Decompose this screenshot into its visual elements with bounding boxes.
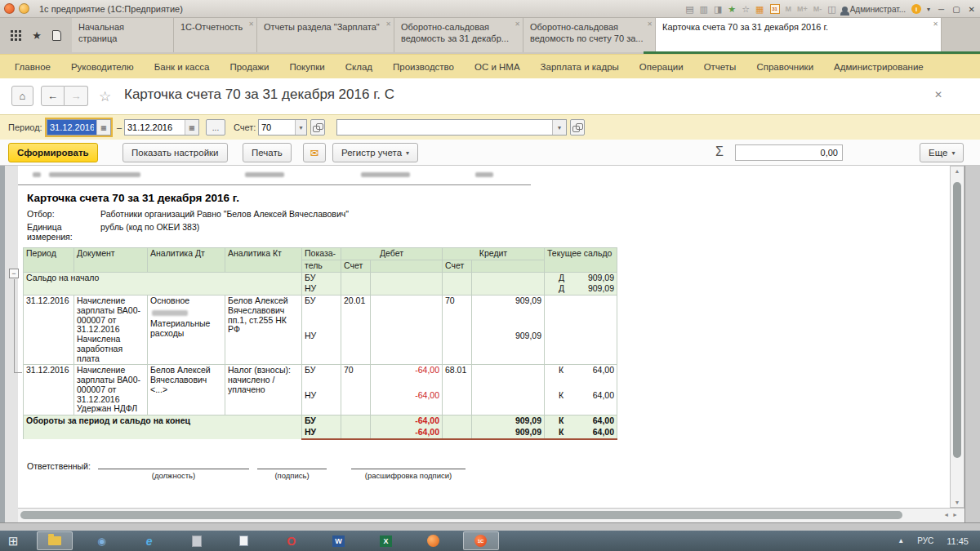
calendar-icon[interactable]: 31 xyxy=(770,4,780,14)
close-form-icon[interactable]: ✕ xyxy=(934,89,942,100)
scroll-left-icon[interactable]: ◄ xyxy=(943,512,952,518)
show-settings-button[interactable]: Показать настройки xyxy=(122,143,228,162)
menu-item-administration[interactable]: Администрирование xyxy=(834,62,924,72)
sections-grid-icon[interactable] xyxy=(11,30,21,41)
memory-mminus-button[interactable]: M- xyxy=(813,5,822,13)
clock[interactable]: 11:45 xyxy=(947,536,969,546)
tab-turnover-sheet[interactable]: Оборотно-сальдовая ведомость за 31 декаб… xyxy=(394,18,523,52)
autosum-value[interactable] xyxy=(735,144,843,161)
more-button[interactable]: Еще ▾ xyxy=(920,143,964,162)
menu-item-production[interactable]: Производство xyxy=(393,62,454,72)
menu-item-manager[interactable]: Руководителю xyxy=(71,62,134,72)
history-page-icon[interactable] xyxy=(52,30,61,41)
language-indicator[interactable]: РУС xyxy=(917,536,933,545)
add-favorite-icon[interactable]: ★ xyxy=(728,5,736,14)
internet-explorer-icon: e xyxy=(146,535,153,548)
menu-item-operations[interactable]: Операции xyxy=(639,62,684,72)
taskbar-1c-button[interactable]: 1С xyxy=(463,531,499,550)
send-email-button[interactable]: ✉ xyxy=(303,143,326,162)
calendar-picker-icon[interactable]: ▦ xyxy=(185,120,198,135)
app-menu-icon[interactable] xyxy=(4,3,15,14)
taskbar-explorer-button[interactable] xyxy=(37,531,73,550)
tab-salary-reports[interactable]: Отчеты раздела "Зарплата" ✕ xyxy=(257,18,394,52)
cell-credit-amount: 909,09 xyxy=(472,295,545,331)
horizontal-scrollbar[interactable]: ◄► xyxy=(18,508,964,522)
period-to-field[interactable]: ▦ xyxy=(124,119,199,136)
calendar-picker-icon[interactable]: ▦ xyxy=(96,120,110,135)
restore-button[interactable]: ▢ xyxy=(952,5,960,14)
memory-mplus-button[interactable]: M+ xyxy=(797,5,808,13)
menu-item-os-nma[interactable]: ОС и НМА xyxy=(474,62,520,72)
more-dropdown-icon: ▾ xyxy=(951,149,955,157)
register-button[interactable]: Регистр учета ▾ xyxy=(332,143,418,162)
info-dropdown-icon[interactable]: ▾ xyxy=(927,6,930,13)
tab-home[interactable]: Начальная страница xyxy=(72,18,174,52)
menu-item-reports[interactable]: Отчеты xyxy=(704,62,737,72)
print-icon[interactable]: ▥ xyxy=(700,5,708,14)
period-from-field[interactable]: ▦ xyxy=(47,119,111,136)
extra-filter-field[interactable]: ▾ xyxy=(336,119,567,136)
taskbar-viewer-button[interactable]: ◉ xyxy=(84,531,120,550)
print-preview-icon[interactable]: ◨ xyxy=(714,5,722,14)
taskbar-app-button[interactable] xyxy=(179,531,215,550)
quick-menu-icon[interactable] xyxy=(19,3,29,14)
menu-item-references[interactable]: Справочники xyxy=(756,62,813,72)
taskbar-firefox-button[interactable] xyxy=(416,531,452,550)
tab-close-icon[interactable]: ✕ xyxy=(933,20,938,29)
favorites-star-icon[interactable]: ★ xyxy=(32,29,42,42)
scroll-up-icon[interactable]: ▲ xyxy=(951,168,964,174)
taskbar-notes-button[interactable] xyxy=(226,531,262,550)
split-window-icon[interactable]: ◫ xyxy=(827,5,835,14)
account-link-button[interactable] xyxy=(310,119,325,136)
tab-account-card-70[interactable]: Карточка счета 70 за 31 декабря 2016 г. … xyxy=(656,18,942,52)
minimize-button[interactable]: ─ xyxy=(938,5,944,14)
save-icon[interactable]: ▤ xyxy=(685,5,693,14)
taskbar-word-button[interactable]: W xyxy=(321,531,357,550)
tab-turnover-sheet-70[interactable]: Оборотно-сальдовая ведомость по счету 70… xyxy=(523,18,656,52)
period-to-input[interactable] xyxy=(125,120,185,135)
tray-expand-icon[interactable]: ▲ xyxy=(898,537,904,544)
favorite-toggle-icon[interactable]: ☆ xyxy=(99,88,111,105)
menu-item-purchases[interactable]: Покупки xyxy=(289,62,324,72)
tab-close-icon[interactable]: ✕ xyxy=(385,20,391,29)
back-button[interactable]: ← xyxy=(41,86,65,106)
account-input[interactable] xyxy=(259,120,295,135)
account-dropdown-icon[interactable]: ▾ xyxy=(295,120,306,135)
favorites-icon[interactable]: ☆ xyxy=(742,5,750,14)
vertical-scrollbar[interactable]: ▲ ▼ xyxy=(950,166,964,508)
start-button[interactable]: ⊞ xyxy=(8,534,19,549)
account-field[interactable]: ▾ xyxy=(258,119,307,136)
tab-close-icon[interactable]: ✕ xyxy=(647,20,653,29)
taskbar-opera-button[interactable]: O xyxy=(274,531,310,550)
extra-filter-input[interactable] xyxy=(337,120,552,135)
taskbar-excel-button[interactable]: X xyxy=(368,531,404,550)
horizontal-scroll-thumb[interactable] xyxy=(20,511,902,519)
menu-item-warehouse[interactable]: Склад xyxy=(345,62,372,72)
collapse-group-button[interactable]: − xyxy=(9,269,19,278)
forward-button[interactable]: → xyxy=(65,86,88,106)
extra-filter-link-button[interactable] xyxy=(570,119,585,136)
current-user[interactable]: Администрат... xyxy=(842,5,906,14)
header-debit-account: Счет xyxy=(341,260,371,272)
menu-item-main[interactable]: Главное xyxy=(15,62,51,72)
taskbar-ie-button[interactable]: e xyxy=(131,531,167,550)
vertical-scroll-thumb[interactable] xyxy=(953,182,961,458)
memory-m-button[interactable]: M xyxy=(786,5,792,13)
home-button[interactable]: ⌂ xyxy=(11,86,33,106)
scroll-right-icon[interactable]: ► xyxy=(952,512,961,518)
info-icon[interactable]: i xyxy=(911,4,921,14)
generate-button[interactable]: Сформировать xyxy=(8,143,98,162)
extra-filter-dropdown-icon[interactable]: ▾ xyxy=(552,120,566,135)
period-more-button[interactable]: ... xyxy=(206,119,225,136)
menu-item-salary-hr[interactable]: Зарплата и кадры xyxy=(541,62,619,72)
period-from-input[interactable] xyxy=(47,120,96,135)
menu-item-bank-cash[interactable]: Банк и касса xyxy=(154,62,210,72)
close-window-button[interactable]: ✕ xyxy=(969,5,975,14)
tab-1c-reporting[interactable]: 1С-Отчетность ✕ xyxy=(174,18,257,52)
print-button[interactable]: Печать xyxy=(243,143,292,162)
menu-item-sales[interactable]: Продажи xyxy=(229,62,269,72)
tab-close-icon[interactable]: ✕ xyxy=(514,20,520,29)
tab-close-icon[interactable]: ✕ xyxy=(248,20,254,29)
scroll-down-icon[interactable]: ▼ xyxy=(951,500,964,505)
calculator-icon[interactable]: ▦ xyxy=(755,5,764,14)
